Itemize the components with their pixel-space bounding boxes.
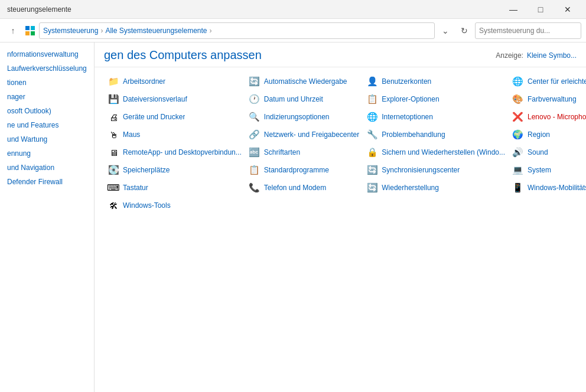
control-item[interactable]: 👤Benutzerkonten: [363, 73, 509, 90]
control-item-label: Region: [528, 130, 550, 139]
up-button[interactable]: ↑: [5, 22, 21, 39]
control-item[interactable]: 🔧Problembehandlung: [363, 126, 509, 143]
control-item[interactable]: 🌍Region: [509, 126, 586, 143]
control-item-label: Datum und Uhrzeit: [264, 95, 323, 103]
page-title: gen des Computers anpassen: [104, 48, 262, 62]
control-item-label: Lenovo - Microphone Mute: [528, 113, 586, 121]
control-item-label: Center für erleichterte Bedienung: [528, 77, 586, 86]
control-item-icon: 📞: [249, 182, 261, 194]
nav-item[interactable]: und Wartung: [0, 132, 94, 146]
control-item[interactable]: 🖱Maus: [104, 126, 245, 143]
control-item-label: Windows-Mobilitätscenter: [528, 184, 586, 192]
control-item[interactable]: 🔍Indizierungsoptionen: [245, 109, 363, 125]
view-link[interactable]: Kleine Symbo...: [527, 51, 577, 60]
control-item[interactable]: 📋Standardprogramme: [245, 162, 363, 178]
control-item[interactable]: 💻System: [509, 162, 586, 178]
control-item-label: Standardprogramme: [264, 166, 329, 174]
control-item[interactable]: 📞Telefon und Modem: [245, 179, 363, 196]
control-item-icon: 💻: [512, 164, 524, 176]
nav-item[interactable]: Defender Firewall: [0, 175, 94, 189]
nav-item[interactable]: osoft Outlook): [0, 104, 94, 118]
control-item-label: Schriftarten: [264, 148, 300, 156]
control-item[interactable]: 💾Dateiversionsverlauf: [104, 91, 245, 107]
control-item[interactable]: 🖨Geräte und Drucker: [104, 109, 245, 125]
control-item-icon: 🌐: [366, 111, 378, 123]
nav-item[interactable]: tionen: [0, 76, 94, 90]
control-item-label: Automatische Wiedergabe: [264, 77, 347, 86]
control-item[interactable]: 🔄Automatische Wiedergabe: [245, 73, 363, 90]
nav-item[interactable]: und Navigation: [0, 161, 94, 175]
control-item-icon: 💽: [108, 164, 119, 176]
control-item-label: Sound: [528, 148, 548, 156]
refresh-button[interactable]: ↻: [456, 22, 473, 39]
page-header: gen des Computers anpassen Anzeige: Klei…: [95, 43, 586, 67]
control-item[interactable]: 📋Explorer-Optionen: [363, 91, 509, 107]
title-bar-label: steuerungselemente: [7, 5, 71, 14]
address-bar: ↑ Systemsteuerung › Alle Systemsteuerung…: [0, 19, 586, 43]
svg-rect-1: [31, 26, 35, 30]
minimize-button[interactable]: —: [500, 0, 527, 19]
control-item[interactable]: 🔄Synchronisierungscenter: [363, 162, 509, 178]
control-item[interactable]: ⌨Tastatur: [104, 179, 245, 196]
control-item-label: Farbverwaltung: [528, 95, 577, 103]
svg-rect-3: [31, 31, 35, 35]
nav-items: nformationsverwaltungLaufwerkverschlüsse…: [0, 47, 94, 189]
title-bar-text: steuerungselemente: [7, 5, 71, 14]
svg-rect-0: [25, 26, 30, 30]
control-item-icon: 🎨: [512, 93, 524, 105]
control-item[interactable]: 🌐Center für erleichterte Bedienung: [509, 73, 586, 90]
control-item[interactable]: 📱Windows-Mobilitätscenter: [509, 179, 586, 196]
control-item[interactable]: 🔤Schriftarten: [245, 144, 363, 161]
control-item[interactable]: 🔊Sound: [509, 144, 586, 161]
control-item[interactable]: 🔒Sichern und Wiederherstellen (Windo...: [363, 144, 509, 161]
control-item-icon: 🖨: [108, 111, 119, 123]
control-item[interactable]: 🎨Farbverwaltung: [509, 91, 586, 107]
control-item-icon: 🔍: [249, 111, 261, 123]
nav-item[interactable]: ne und Features: [0, 118, 94, 132]
control-item-icon: 🔄: [249, 76, 261, 87]
control-item-icon: 📱: [512, 182, 524, 194]
control-item-label: Wiederherstellung: [382, 184, 439, 192]
control-item-label: Geräte und Drucker: [123, 113, 185, 121]
view-options: Anzeige: Kleine Symbo...: [496, 51, 577, 60]
control-item-icon: 🕐: [249, 93, 261, 105]
nav-item[interactable]: nager: [0, 90, 94, 104]
close-button[interactable]: ✕: [554, 0, 581, 19]
control-item-label: Arbeitsordner: [123, 77, 165, 86]
search-input[interactable]: [475, 22, 581, 39]
control-item[interactable]: 🔗Netzwerk- und Freigabecenter: [245, 126, 363, 143]
control-item-icon: 👤: [366, 76, 378, 87]
items-grid: 📁Arbeitsordner🔄Automatische Wiedergabe👤B…: [95, 67, 586, 220]
control-item-icon: 🌐: [512, 76, 524, 87]
control-item-icon: 📋: [249, 164, 261, 176]
nav-item[interactable]: Laufwerkverschlüsselung: [0, 61, 94, 76]
control-item[interactable]: ❌Lenovo - Microphone Mute: [509, 109, 586, 125]
cp-icon: [25, 25, 35, 36]
control-item[interactable]: 🖥RemoteApp- und Desktopverbindun...: [104, 144, 245, 161]
control-item-label: Dateiversionsverlauf: [123, 95, 187, 103]
control-item-icon: ❌: [512, 111, 524, 123]
main-content: gen des Computers anpassen Anzeige: Klei…: [95, 43, 586, 392]
control-item-label: Problembehandlung: [382, 130, 445, 139]
nav-item[interactable]: ennung: [0, 146, 94, 161]
control-item-label: Telefon und Modem: [264, 184, 326, 192]
control-item-label: Speicherplätze: [123, 166, 170, 174]
maximize-button[interactable]: □: [527, 0, 554, 19]
bc-systemsteuerung: Systemsteuerung: [43, 27, 98, 35]
control-item-icon: 🖥: [108, 146, 119, 158]
control-item[interactable]: 🌐Internetoptionen: [363, 109, 509, 125]
control-item-label: Sichern und Wiederherstellen (Windo...: [382, 148, 505, 156]
control-item[interactable]: 💽Speicherplätze: [104, 162, 245, 178]
dropdown-button[interactable]: ⌄: [437, 22, 454, 39]
control-item[interactable]: 🛠Windows-Tools: [104, 197, 245, 214]
control-item[interactable]: 📁Arbeitsordner: [104, 73, 245, 90]
breadcrumb-text: Systemsteuerung › Alle Systemsteuerungse…: [43, 27, 213, 35]
control-item[interactable]: 🕐Datum und Uhrzeit: [245, 91, 363, 107]
control-item[interactable]: 🔄Wiederherstellung: [363, 179, 509, 196]
nav-item[interactable]: nformationsverwaltung: [0, 47, 94, 61]
control-item-icon: 📋: [366, 93, 378, 105]
control-item-icon: 🖱: [108, 129, 119, 141]
control-item-icon: 📁: [108, 76, 119, 87]
control-item-icon: 🔒: [366, 146, 378, 158]
breadcrumb-bar[interactable]: Systemsteuerung › Alle Systemsteuerungse…: [39, 22, 435, 39]
